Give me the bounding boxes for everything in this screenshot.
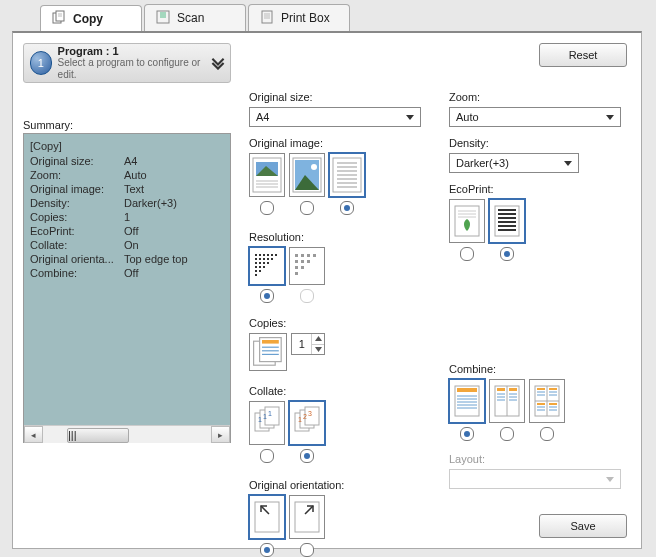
layout-label: Layout: bbox=[449, 453, 621, 465]
tab-scan-label: Scan bbox=[177, 11, 204, 25]
summary-row: Collate:On bbox=[30, 238, 224, 252]
program-selector[interactable]: 1 Program : 1 Select a program to config… bbox=[23, 43, 231, 83]
copy-icon bbox=[51, 10, 67, 28]
reset-button[interactable]: Reset bbox=[539, 43, 627, 67]
original-image-photo-tile[interactable] bbox=[249, 153, 285, 197]
summary-row: Original image:Text bbox=[30, 182, 224, 196]
density-value: Darker(+3) bbox=[456, 157, 509, 169]
zoom-combo[interactable]: Auto bbox=[449, 107, 621, 127]
save-button[interactable]: Save bbox=[539, 514, 627, 538]
svg-rect-61 bbox=[295, 272, 298, 275]
combine-2in1-tile[interactable] bbox=[489, 379, 525, 423]
program-text: Program : 1 Select a program to configur… bbox=[58, 45, 204, 81]
svg-rect-47 bbox=[259, 266, 261, 268]
copies-down-button[interactable] bbox=[312, 345, 324, 355]
svg-marker-86 bbox=[606, 115, 614, 120]
resolution-fine-tile[interactable] bbox=[249, 247, 285, 285]
copies-up-button[interactable] bbox=[312, 334, 324, 345]
svg-rect-55 bbox=[313, 254, 316, 257]
collate-off-radio[interactable] bbox=[260, 449, 274, 463]
svg-text:1: 1 bbox=[298, 416, 302, 423]
svg-rect-122 bbox=[549, 403, 557, 405]
svg-rect-119 bbox=[537, 388, 545, 390]
svg-rect-46 bbox=[255, 266, 257, 268]
chevron-down-icon bbox=[602, 471, 618, 487]
original-size-combo[interactable]: A4 bbox=[249, 107, 421, 127]
combine-label: Combine: bbox=[449, 363, 565, 375]
combine-off-tile[interactable] bbox=[449, 379, 485, 423]
orientation-left-tile[interactable] bbox=[289, 495, 325, 539]
tab-scan[interactable]: Scan bbox=[144, 4, 246, 31]
combine-off-radio[interactable] bbox=[460, 427, 474, 441]
svg-rect-121 bbox=[537, 403, 545, 405]
zoom-value: Auto bbox=[456, 111, 479, 123]
svg-marker-131 bbox=[606, 477, 614, 482]
program-number-badge: 1 bbox=[30, 51, 52, 75]
original-image-text-tile[interactable] bbox=[329, 153, 365, 197]
ecoprint-off-radio[interactable] bbox=[500, 247, 514, 261]
orientation-top-radio[interactable] bbox=[260, 543, 274, 557]
svg-rect-34 bbox=[267, 254, 269, 256]
collate-off-tile[interactable]: 111 bbox=[249, 401, 285, 445]
svg-rect-109 bbox=[509, 388, 517, 391]
tab-printbox[interactable]: Print Box bbox=[248, 4, 350, 31]
scroll-left-button[interactable]: ◂ bbox=[24, 426, 43, 443]
original-image-radio-text[interactable] bbox=[340, 201, 354, 215]
svg-rect-51 bbox=[255, 274, 257, 276]
combine-4in1-radio[interactable] bbox=[540, 427, 554, 441]
svg-rect-33 bbox=[263, 254, 265, 256]
svg-rect-38 bbox=[259, 258, 261, 260]
collate-on-radio[interactable] bbox=[300, 449, 314, 463]
tab-bar: Copy Scan Print Box bbox=[0, 0, 656, 31]
orientation-top-tile[interactable] bbox=[249, 495, 285, 539]
combine-2in1-radio[interactable] bbox=[500, 427, 514, 441]
collate-on-tile[interactable]: 321 bbox=[289, 401, 325, 445]
copies-spinner[interactable]: 1 bbox=[291, 333, 325, 355]
summary-list: [Copy] Original size:A4 Zoom:Auto Origin… bbox=[24, 134, 230, 425]
ecoprint-on-radio[interactable] bbox=[460, 247, 474, 261]
original-image-picture-tile[interactable] bbox=[289, 153, 325, 197]
original-image-radio-picture[interactable] bbox=[300, 201, 314, 215]
reset-label: Reset bbox=[569, 49, 598, 61]
density-combo[interactable]: Darker(+3) bbox=[449, 153, 579, 173]
tab-printbox-label: Print Box bbox=[281, 11, 330, 25]
scroll-thumb[interactable]: ||| bbox=[67, 428, 129, 443]
orientation-left-radio[interactable] bbox=[300, 543, 314, 557]
original-image-radio-photo[interactable] bbox=[260, 201, 274, 215]
svg-rect-57 bbox=[301, 260, 304, 263]
svg-rect-120 bbox=[549, 388, 557, 390]
combine-4in1-tile[interactable] bbox=[529, 379, 565, 423]
svg-text:3: 3 bbox=[308, 410, 312, 417]
layout-combo bbox=[449, 469, 621, 489]
program-title: Program : 1 bbox=[58, 45, 204, 57]
scroll-right-button[interactable]: ▸ bbox=[211, 426, 230, 443]
program-subtitle: Select a program to configure or edit. bbox=[58, 57, 204, 81]
tab-copy-label: Copy bbox=[73, 12, 103, 26]
scroll-track[interactable]: ||| bbox=[43, 427, 211, 442]
chevron-down-icon bbox=[210, 56, 226, 70]
summary-scrollbar[interactable]: ◂ ||| ▸ bbox=[24, 425, 230, 443]
svg-rect-41 bbox=[271, 258, 273, 260]
zoom-label: Zoom: bbox=[449, 91, 621, 103]
copies-value: 1 bbox=[292, 334, 312, 354]
orientation-label: Original orientation: bbox=[249, 479, 344, 491]
svg-rect-64 bbox=[262, 340, 279, 344]
svg-marker-87 bbox=[564, 161, 572, 166]
chevron-down-icon bbox=[402, 109, 418, 125]
svg-rect-39 bbox=[263, 258, 265, 260]
resolution-coarse-tile[interactable] bbox=[289, 247, 325, 285]
svg-rect-35 bbox=[271, 254, 273, 256]
svg-rect-44 bbox=[263, 262, 265, 264]
tab-copy[interactable]: Copy bbox=[40, 5, 142, 32]
copies-label: Copies: bbox=[249, 317, 325, 329]
ecoprint-off-tile[interactable] bbox=[489, 199, 525, 243]
panel: 1 Program : 1 Select a program to config… bbox=[12, 31, 642, 549]
settings-area: Original size: A4 Original image: bbox=[249, 91, 629, 504]
summary-row: EcoPrint:Off bbox=[30, 224, 224, 238]
original-size-value: A4 bbox=[256, 111, 269, 123]
resolution-label: Resolution: bbox=[249, 231, 325, 243]
summary-head: [Copy] bbox=[30, 138, 224, 154]
original-size-label: Original size: bbox=[249, 91, 421, 103]
ecoprint-on-tile[interactable] bbox=[449, 199, 485, 243]
resolution-radio-fine[interactable] bbox=[260, 289, 274, 303]
